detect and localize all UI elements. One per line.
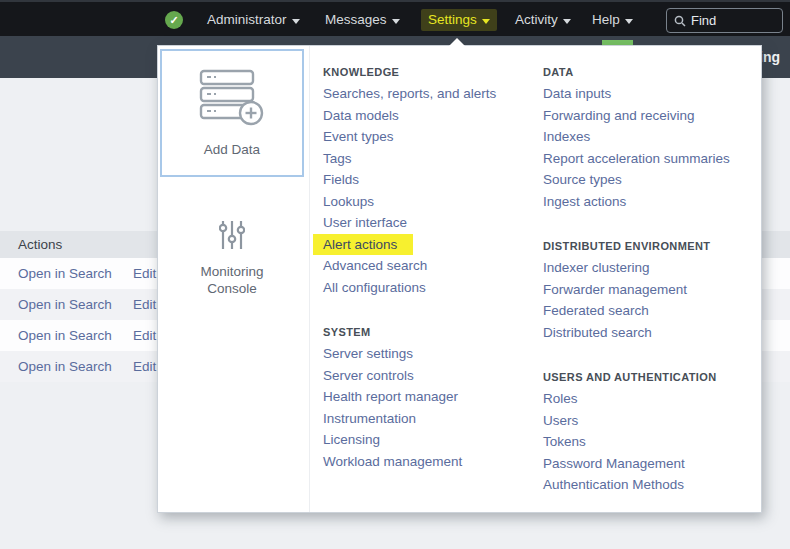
- menu-item[interactable]: Fields: [323, 169, 535, 191]
- menu-item[interactable]: Tags: [323, 148, 535, 170]
- top-navigation-bar: ✓ Administrator Messages Settings Activi…: [0, 0, 790, 36]
- menu-item[interactable]: Server settings: [323, 343, 535, 365]
- section-data: DATA Data inputsForwarding and receiving…: [543, 64, 759, 212]
- section-heading: DATA: [543, 64, 759, 80]
- menu-item[interactable]: Federated search: [543, 300, 759, 322]
- menu-item[interactable]: Data inputs: [543, 83, 759, 105]
- menu-item[interactable]: All configurations: [323, 277, 535, 299]
- section-heading: KNOWLEDGE: [323, 64, 535, 80]
- open-in-search-link[interactable]: Open in Search: [18, 289, 112, 320]
- menu-item[interactable]: Password Management: [543, 453, 759, 475]
- chevron-down-icon: [482, 19, 490, 24]
- menu-item[interactable]: Workload management: [323, 451, 535, 473]
- menu-item[interactable]: Health report manager: [323, 386, 535, 408]
- menu-item[interactable]: Data models: [323, 105, 535, 127]
- search-icon: [674, 15, 686, 27]
- dropdown-pointer-icon: [449, 38, 465, 46]
- menu-help[interactable]: Help: [592, 11, 633, 29]
- menu-item[interactable]: Roles: [543, 388, 759, 410]
- add-data-tile[interactable]: Add Data: [160, 49, 304, 177]
- menu-item[interactable]: Ingest actions: [543, 191, 759, 213]
- section-heading: SYSTEM: [323, 324, 535, 340]
- add-data-label: Add Data: [186, 141, 278, 158]
- menu-item[interactable]: Instrumentation: [323, 408, 535, 430]
- menu-settings[interactable]: Settings: [421, 9, 497, 31]
- menu-item[interactable]: Forwarder management: [543, 279, 759, 301]
- monitoring-console-label: Monitoring Console: [186, 263, 278, 297]
- chevron-down-icon: [563, 19, 571, 24]
- edit-link[interactable]: Edit: [133, 351, 156, 382]
- monitoring-console-tile[interactable]: Monitoring Console: [160, 198, 304, 318]
- health-status-icon[interactable]: ✓: [165, 11, 183, 29]
- open-in-search-link[interactable]: Open in Search: [18, 320, 112, 351]
- open-in-search-link[interactable]: Open in Search: [18, 351, 112, 382]
- section-users-and-authentication: USERS AND AUTHENTICATION RolesUsersToken…: [543, 369, 759, 496]
- menu-item[interactable]: User interface: [323, 212, 535, 234]
- menu-item[interactable]: Forwarding and receiving: [543, 105, 759, 127]
- menu-administrator-label: Administrator: [207, 11, 287, 29]
- find-input[interactable]: [691, 13, 775, 28]
- edit-link[interactable]: Edit: [133, 258, 156, 289]
- menu-item[interactable]: Indexer clustering: [543, 257, 759, 279]
- menu-settings-label: Settings: [428, 11, 477, 29]
- menu-item[interactable]: Server controls: [323, 365, 535, 387]
- menu-activity-label: Activity: [515, 11, 558, 29]
- menu-item[interactable]: Alert actions: [313, 234, 413, 256]
- add-data-icon: [199, 69, 265, 127]
- menu-administrator[interactable]: Administrator: [207, 11, 300, 29]
- menu-item[interactable]: Users: [543, 410, 759, 432]
- section-knowledge: KNOWLEDGE Searches, reports, and alertsD…: [323, 64, 535, 298]
- menu-item[interactable]: Advanced search: [323, 255, 535, 277]
- menu-item[interactable]: Tokens: [543, 431, 759, 453]
- edit-link[interactable]: Edit: [133, 320, 156, 351]
- menu-item[interactable]: Report acceleration summaries: [543, 148, 759, 170]
- menu-item[interactable]: Searches, reports, and alerts: [323, 83, 535, 105]
- dropdown-column-left: KNOWLEDGE Searches, reports, and alertsD…: [323, 46, 535, 472]
- chevron-down-icon: [625, 19, 633, 24]
- settings-dropdown-menu: Add Data Monitoring Console: [157, 45, 762, 513]
- section-heading: USERS AND AUTHENTICATION: [543, 369, 759, 385]
- chevron-down-icon: [292, 19, 300, 24]
- edit-link[interactable]: Edit: [133, 289, 156, 320]
- section-system: SYSTEM Server settingsServer controlsHea…: [323, 324, 535, 472]
- dropdown-tiles-column: Add Data Monitoring Console: [158, 46, 310, 512]
- menu-item[interactable]: Indexes: [543, 126, 759, 148]
- menu-item[interactable]: Source types: [543, 169, 759, 191]
- menu-item[interactable]: Lookups: [323, 191, 535, 213]
- menu-messages[interactable]: Messages: [325, 11, 400, 29]
- monitoring-console-icon: [219, 220, 245, 250]
- dropdown-column-right: DATA Data inputsForwarding and receiving…: [543, 46, 759, 496]
- menu-activity[interactable]: Activity: [515, 11, 571, 29]
- open-in-search-link[interactable]: Open in Search: [18, 258, 112, 289]
- actions-column-label: Actions: [18, 237, 62, 252]
- section-distributed-environment: DISTRIBUTED ENVIRONMENT Indexer clusteri…: [543, 238, 759, 343]
- app-bar-clipped-text: ing: [759, 49, 780, 65]
- find-search-box[interactable]: [666, 8, 783, 33]
- menu-item[interactable]: Authentication Methods: [543, 474, 759, 496]
- chevron-down-icon: [392, 19, 400, 24]
- section-heading: DISTRIBUTED ENVIRONMENT: [543, 238, 759, 254]
- menu-item[interactable]: Distributed search: [543, 322, 759, 344]
- menu-item[interactable]: Licensing: [323, 429, 535, 451]
- menu-help-label: Help: [592, 11, 620, 29]
- menu-item[interactable]: Event types: [323, 126, 535, 148]
- menu-messages-label: Messages: [325, 11, 387, 29]
